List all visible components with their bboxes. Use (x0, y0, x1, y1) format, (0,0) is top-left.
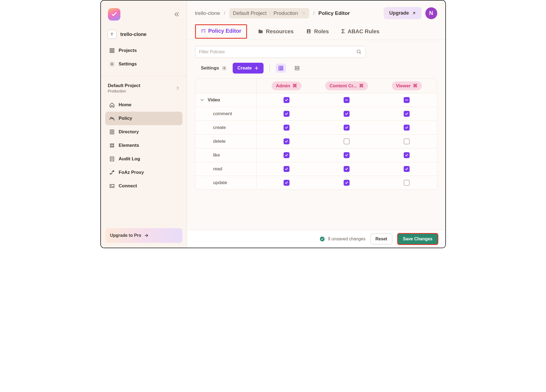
workspace-selector[interactable]: T trello-clone (107, 30, 147, 39)
action-row: update (195, 176, 437, 190)
checkbox[interactable] (284, 180, 290, 186)
nav-directory[interactable]: Directory (105, 125, 182, 139)
checkbox[interactable] (344, 180, 350, 186)
role-header-viewer[interactable]: Viewer ⌘ (392, 81, 422, 90)
nav-label: Connect (119, 183, 137, 189)
checkbox[interactable] (344, 138, 350, 144)
svg-rect-24 (279, 66, 283, 70)
tabs: Policy Editor Resources Roles Σ ABAC Rul… (187, 24, 445, 40)
checkbox[interactable] (404, 152, 410, 158)
topbar: trello-clone / Default Project : Product… (187, 1, 445, 24)
tab-roles[interactable]: Roles (304, 25, 330, 39)
action-row: like (195, 148, 437, 162)
checkbox[interactable] (284, 138, 290, 144)
checkbox[interactable] (404, 125, 410, 131)
checkbox[interactable] (344, 125, 350, 131)
role-label: Content Cr... (330, 83, 357, 89)
nav-label: Policy (119, 116, 132, 121)
project-name: Default Project (108, 83, 140, 88)
checkbox[interactable] (284, 166, 290, 172)
breadcrumb-project-selector[interactable]: Default Project : Production (229, 8, 310, 18)
resource-row: Video (195, 93, 437, 107)
checkbox[interactable] (344, 111, 350, 117)
action-row: read (195, 162, 437, 176)
checkbox[interactable] (404, 97, 410, 103)
view-list-button[interactable] (292, 64, 302, 73)
svg-rect-18 (110, 184, 114, 188)
checkbox[interactable] (344, 97, 350, 103)
elements-icon (109, 142, 115, 148)
save-changes-button[interactable]: Save Changes (397, 233, 438, 245)
nav-elements[interactable]: Elements (105, 139, 182, 152)
search-icon (356, 49, 362, 55)
chevron-updown-icon (302, 11, 305, 15)
role-label: Admin (276, 83, 290, 89)
user-avatar[interactable]: N (425, 7, 437, 19)
command-icon: ⌘ (292, 83, 297, 89)
checkbox[interactable] (284, 125, 290, 131)
upgrade-button[interactable]: Upgrade (384, 7, 421, 19)
upgrade-to-pro-card[interactable]: Upgrade to Pro (105, 228, 182, 243)
action-name: delete (213, 139, 226, 144)
checkbox[interactable] (404, 138, 410, 144)
svg-rect-13 (110, 157, 114, 161)
nav-foaz-proxy[interactable]: FoAz Proxy (105, 166, 182, 179)
breadcrumb-sep: / (313, 10, 314, 16)
footer: 9 unsaved changes Reset Save Changes (187, 230, 445, 248)
tab-resources[interactable]: Resources (256, 25, 295, 39)
checkbox[interactable] (284, 152, 290, 158)
project-selector[interactable]: Default Project Production (105, 81, 182, 94)
svg-point-16 (110, 173, 111, 174)
breadcrumb-workspace[interactable]: trello-clone (195, 10, 220, 16)
gear-icon (222, 66, 227, 71)
action-name: update (213, 180, 227, 185)
svg-rect-3 (112, 51, 114, 53)
nav-policy[interactable]: Policy (105, 112, 182, 125)
nav-label: Directory (119, 129, 139, 135)
workspace-chip: T (107, 30, 117, 39)
checkbox[interactable] (344, 166, 350, 172)
filter-policies-input[interactable] (195, 46, 366, 58)
svg-rect-30 (295, 69, 299, 70)
role-header-content-creator[interactable]: Content Cr... ⌘ (325, 81, 368, 90)
settings-button[interactable]: Settings (201, 65, 227, 71)
collapse-sidebar-button[interactable] (174, 11, 180, 17)
nav-settings[interactable]: Settings (105, 57, 182, 71)
nav-audit-log[interactable]: Audit Log (105, 152, 182, 166)
table-header: Admin ⌘ Content Cr... ⌘ (195, 79, 437, 93)
policy-icon (109, 115, 115, 121)
verified-icon (319, 236, 325, 242)
folder-icon (258, 29, 263, 34)
list-view-icon (294, 65, 300, 71)
chevron-down-icon[interactable] (200, 98, 205, 102)
svg-point-12 (112, 146, 114, 147)
checkbox[interactable] (284, 97, 290, 103)
view-grid-button[interactable] (276, 64, 286, 73)
action-name: like (213, 152, 220, 158)
checkbox[interactable] (404, 111, 410, 117)
checkbox[interactable] (404, 166, 410, 172)
home-icon (109, 102, 115, 108)
create-button[interactable]: Create (233, 63, 264, 74)
settings-label: Settings (201, 65, 219, 71)
nav-connect[interactable]: Connect (105, 179, 182, 193)
breadcrumb-env: Production (274, 10, 298, 16)
role-header-admin[interactable]: Admin ⌘ (272, 81, 301, 90)
nav-label: Settings (119, 61, 137, 67)
reset-button[interactable]: Reset (370, 234, 393, 244)
connect-icon (109, 183, 115, 189)
create-label: Create (238, 65, 252, 71)
checkbox[interactable] (284, 111, 290, 117)
checkbox[interactable] (344, 152, 350, 158)
tab-policy-editor[interactable]: Policy Editor (195, 24, 247, 39)
breadcrumb-project: Default Project (233, 10, 267, 16)
nav-projects[interactable]: Projects (105, 44, 182, 57)
filter-icon (201, 28, 206, 33)
project-env: Production (108, 89, 140, 93)
tab-abac-rules[interactable]: Σ ABAC Rules (340, 24, 381, 40)
command-icon: ⌘ (359, 83, 364, 89)
toolbar: Settings Create (201, 63, 437, 74)
nav-home[interactable]: Home (105, 98, 182, 112)
action-row: delete (195, 134, 437, 148)
checkbox[interactable] (404, 180, 410, 186)
